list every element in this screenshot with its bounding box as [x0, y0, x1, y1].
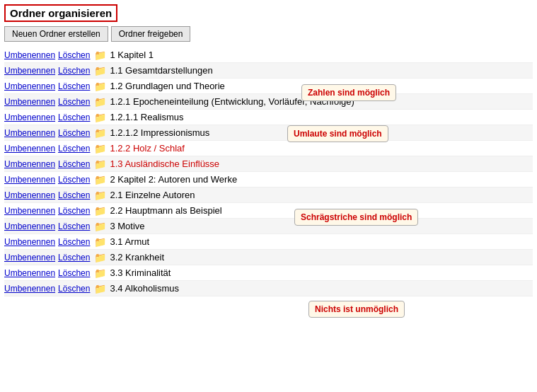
table-row: UmbenennenLöschen📁3.3 Kriminalität	[4, 265, 533, 281]
table-row: UmbenennenLöschen📁1.2.2 Holz / Schlaf	[4, 141, 533, 156]
delete-link[interactable]: Löschen	[58, 284, 90, 294]
folder-name: 3 Motive	[110, 221, 144, 231]
folder-name: 2 Kapitel 2: Autoren und Werke	[110, 174, 237, 185]
table-row: UmbenennenLöschen📁1.1 Gesamtdarstellunge…	[4, 63, 533, 79]
page-title: Ordner organisieren	[4, 4, 117, 22]
folder-icon: 📁	[94, 205, 106, 217]
new-folder-button[interactable]: Neuen Ordner erstellen	[4, 26, 108, 42]
rename-link[interactable]: Umbenennen	[4, 144, 55, 154]
delete-link[interactable]: Löschen	[58, 221, 90, 231]
folder-name: 1.1 Gesamtdarstellungen	[110, 65, 212, 76]
folder-icon: 📁	[94, 96, 106, 108]
folder-name: 1.2 Grundlagen und Theorie	[110, 81, 224, 91]
rename-link[interactable]: Umbenennen	[4, 128, 55, 138]
folder-icon: 📁	[94, 236, 106, 248]
callout-c4: Nichts ist unmöglich	[308, 301, 405, 318]
delete-link[interactable]: Löschen	[58, 159, 90, 169]
table-row: UmbenennenLöschen📁3 Motive	[4, 219, 533, 234]
delete-link[interactable]: Löschen	[58, 237, 90, 247]
rename-link[interactable]: Umbenennen	[4, 237, 55, 247]
folder-icon: 📁	[94, 221, 106, 232]
rename-link[interactable]: Umbenennen	[4, 268, 55, 278]
folder-name: 1.3 Ausländische Einflüsse	[110, 158, 219, 169]
rename-link[interactable]: Umbenennen	[4, 97, 55, 107]
delete-link[interactable]: Löschen	[58, 97, 90, 107]
rename-link[interactable]: Umbenennen	[4, 253, 55, 263]
delete-link[interactable]: Löschen	[58, 81, 90, 91]
delete-link[interactable]: Löschen	[58, 66, 90, 76]
rename-link[interactable]: Umbenennen	[4, 221, 55, 231]
table-row: UmbenennenLöschen📁1.2.1 Epocheneinteilun…	[4, 94, 533, 110]
table-row: UmbenennenLöschen📁2.2 Hauptmann als Beis…	[4, 203, 533, 219]
folder-name: 1.2.1 Epocheneinteilung (Entwicklung, Vo…	[110, 96, 354, 107]
table-row: UmbenennenLöschen📁1.2 Grundlagen und The…	[4, 79, 533, 94]
folder-name: 1.2.1.2 Impressionismus	[110, 127, 209, 138]
rename-link[interactable]: Umbenennen	[4, 190, 55, 200]
folder-name: 3.2 Krankheit	[110, 252, 164, 263]
rename-link[interactable]: Umbenennen	[4, 66, 55, 76]
delete-link[interactable]: Löschen	[58, 175, 90, 185]
content-area: UmbenennenLöschen📁1 Kapitel 1UmbenennenL…	[4, 47, 533, 296]
folder-name: 3.4 Alkoholismus	[110, 283, 179, 294]
rename-link[interactable]: Umbenennen	[4, 81, 55, 91]
folder-icon: 📁	[94, 112, 106, 123]
share-folder-button[interactable]: Ordner freigeben	[111, 26, 191, 42]
folder-icon: 📁	[94, 158, 106, 170]
table-row: UmbenennenLöschen📁2.1 Einzelne Autoren	[4, 188, 533, 203]
delete-link[interactable]: Löschen	[58, 268, 90, 278]
folder-icon: 📁	[94, 190, 106, 201]
delete-link[interactable]: Löschen	[58, 190, 90, 200]
toolbar: Neuen Ordner erstellen Ordner freigeben	[4, 26, 533, 42]
folder-icon: 📁	[94, 174, 106, 185]
delete-link[interactable]: Löschen	[58, 128, 90, 138]
rename-link[interactable]: Umbenennen	[4, 284, 55, 294]
delete-link[interactable]: Löschen	[58, 144, 90, 154]
delete-link[interactable]: Löschen	[58, 253, 90, 263]
table-row: UmbenennenLöschen📁3.1 Armut	[4, 234, 533, 250]
folder-name: 2.1 Einzelne Autoren	[110, 190, 195, 200]
rename-link[interactable]: Umbenennen	[4, 206, 55, 216]
folder-icon: 📁	[94, 252, 106, 263]
table-row: UmbenennenLöschen📁2 Kapitel 2: Autoren u…	[4, 172, 533, 188]
table-row: UmbenennenLöschen📁1.2.1.1 Realismus	[4, 110, 533, 125]
folder-icon: 📁	[94, 127, 106, 139]
rename-link[interactable]: Umbenennen	[4, 175, 55, 185]
folder-name: 2.2 Hauptmann als Beispiel	[110, 205, 221, 216]
delete-link[interactable]: Löschen	[58, 113, 90, 122]
rename-link[interactable]: Umbenennen	[4, 113, 55, 122]
folder-name: 1.2.1.1 Realismus	[110, 112, 183, 122]
folder-icon: 📁	[94, 81, 106, 92]
folder-list: UmbenennenLöschen📁1 Kapitel 1UmbenennenL…	[4, 47, 533, 296]
rename-link[interactable]: Umbenennen	[4, 50, 55, 60]
table-row: UmbenennenLöschen📁1.2.1.2 Impressionismu…	[4, 125, 533, 141]
table-row: UmbenennenLöschen📁1 Kapitel 1	[4, 47, 533, 63]
folder-name: 3.1 Armut	[110, 236, 149, 247]
delete-link[interactable]: Löschen	[58, 50, 90, 60]
folder-name: 3.3 Kriminalität	[110, 267, 171, 278]
folder-name: 1.2.2 Holz / Schlaf	[110, 143, 185, 154]
folder-icon: 📁	[94, 50, 106, 61]
folder-icon: 📁	[94, 267, 106, 279]
folder-name: 1 Kapitel 1	[110, 50, 153, 60]
folder-icon: 📁	[94, 283, 106, 294]
folder-icon: 📁	[94, 65, 106, 76]
rename-link[interactable]: Umbenennen	[4, 159, 55, 169]
table-row: UmbenennenLöschen📁3.4 Alkoholismus	[4, 281, 533, 296]
table-row: UmbenennenLöschen📁3.2 Krankheit	[4, 250, 533, 265]
delete-link[interactable]: Löschen	[58, 206, 90, 216]
folder-icon: 📁	[94, 143, 106, 154]
table-row: UmbenennenLöschen📁1.3 Ausländische Einfl…	[4, 156, 533, 172]
